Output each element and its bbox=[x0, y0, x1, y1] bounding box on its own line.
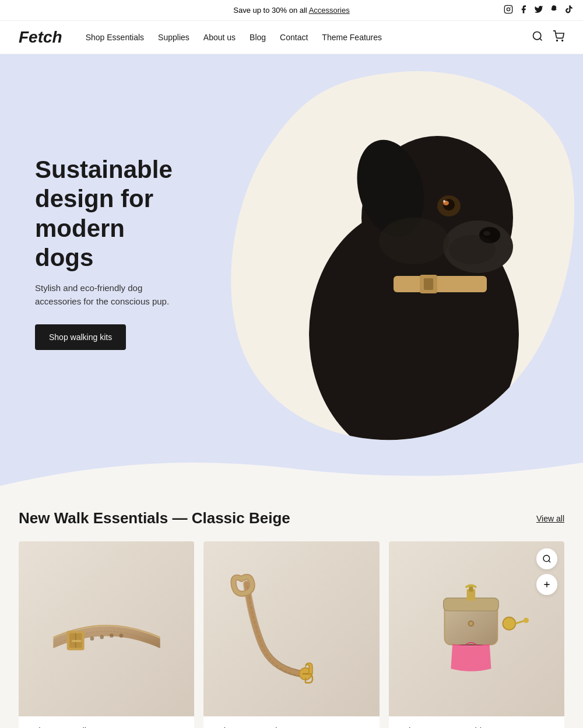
logo[interactable]: Fetch bbox=[19, 28, 62, 47]
svg-point-13 bbox=[443, 200, 445, 202]
leash-product-info: Beige Dog Leash $4000 bbox=[203, 716, 379, 728]
nav-theme-features[interactable]: Theme Features bbox=[322, 33, 382, 42]
svg-point-27 bbox=[100, 635, 104, 639]
twitter-icon[interactable] bbox=[534, 5, 543, 16]
nav-about[interactable]: About us bbox=[203, 33, 236, 42]
hero-subtitle: Stylish and eco-friendly dog accessories… bbox=[35, 282, 187, 308]
nav-contact[interactable]: Contact bbox=[280, 33, 308, 42]
poop-bag-svg bbox=[401, 570, 552, 687]
search-icon bbox=[532, 30, 543, 42]
svg-point-20 bbox=[483, 231, 490, 236]
collar-product-image bbox=[19, 541, 194, 716]
svg-point-3 bbox=[533, 32, 541, 39]
quick-view-button[interactable] bbox=[536, 548, 557, 569]
svg-point-29 bbox=[119, 634, 123, 638]
svg-point-1 bbox=[507, 8, 510, 10]
leash-svg bbox=[222, 565, 361, 693]
svg-rect-0 bbox=[504, 5, 512, 13]
hero-section: Sustainable design for modern dogs Styli… bbox=[0, 54, 583, 451]
nav-shop-essentials[interactable]: Shop Essentials bbox=[86, 33, 144, 42]
svg-point-26 bbox=[90, 636, 94, 640]
product-card-collar[interactable]: Beige Dog Collar $4000 bbox=[19, 541, 194, 728]
svg-rect-15 bbox=[394, 276, 487, 292]
instagram-icon[interactable] bbox=[504, 5, 513, 16]
social-icons-group bbox=[350, 5, 574, 16]
main-nav: Shop Essentials Supplies About us Blog C… bbox=[86, 33, 532, 42]
products-section: New Walk Essentials — Classic Beige View… bbox=[0, 486, 583, 728]
add-to-cart-button[interactable] bbox=[536, 574, 557, 595]
facebook-icon[interactable] bbox=[519, 5, 528, 16]
shop-walking-kits-button[interactable]: Shop walking kits bbox=[35, 324, 126, 350]
announcement-bar: Save up to 30% on all Accessories bbox=[0, 0, 583, 21]
svg-point-41 bbox=[543, 555, 550, 562]
hero-blob-svg bbox=[222, 54, 583, 451]
leash-product-image bbox=[203, 541, 379, 716]
nav-supplies[interactable]: Supplies bbox=[158, 33, 189, 42]
svg-rect-36 bbox=[469, 586, 473, 592]
wave-divider bbox=[0, 451, 583, 486]
plus-icon bbox=[542, 580, 552, 589]
svg-point-5 bbox=[557, 40, 558, 41]
cart-button[interactable] bbox=[553, 30, 564, 45]
view-all-link[interactable]: View all bbox=[536, 514, 564, 523]
poop-bag-product-image bbox=[389, 541, 564, 716]
hero-content: Sustainable design for modern dogs Styli… bbox=[0, 120, 222, 386]
svg-point-40 bbox=[470, 622, 473, 625]
svg-point-2 bbox=[510, 7, 511, 8]
products-grid: Beige Dog Collar $4000 bbox=[19, 541, 564, 728]
magnify-icon bbox=[542, 554, 552, 564]
announcement-text: Save up to 30% on all Accessories bbox=[233, 6, 349, 15]
product-card-poop-bag[interactable]: Beige Poop Bag Holder $3000 bbox=[389, 541, 564, 728]
collar-svg bbox=[37, 585, 177, 673]
snapchat-icon[interactable] bbox=[549, 5, 559, 16]
svg-rect-17 bbox=[424, 278, 433, 290]
hero-image-container bbox=[222, 54, 583, 451]
poop-bag-product-name: Beige Poop Bag Holder bbox=[398, 726, 555, 728]
header: Fetch Shop Essentials Supplies About us … bbox=[0, 21, 583, 54]
collar-product-name: Beige Dog Collar bbox=[28, 726, 185, 728]
announcement-static-text: Save up to 30% on all bbox=[233, 6, 308, 15]
svg-point-28 bbox=[110, 634, 114, 638]
product-actions-poop-bag bbox=[536, 548, 557, 595]
svg-point-21 bbox=[449, 235, 496, 264]
svg-rect-25 bbox=[72, 640, 82, 642]
svg-point-37 bbox=[503, 617, 516, 630]
svg-point-18 bbox=[379, 218, 449, 264]
svg-line-42 bbox=[549, 561, 550, 562]
products-header: New Walk Essentials — Classic Beige View… bbox=[19, 509, 564, 527]
products-section-title: New Walk Essentials — Classic Beige bbox=[19, 509, 290, 527]
tiktok-icon[interactable] bbox=[564, 5, 574, 16]
accessories-link[interactable]: Accessories bbox=[309, 6, 350, 15]
search-button[interactable] bbox=[532, 30, 543, 45]
svg-point-38 bbox=[524, 618, 529, 623]
hero-title: Sustainable design for modern dogs bbox=[35, 155, 187, 273]
svg-line-4 bbox=[540, 38, 542, 40]
poop-bag-product-info: Beige Poop Bag Holder $3000 bbox=[389, 716, 564, 728]
header-actions bbox=[532, 30, 564, 45]
svg-point-6 bbox=[562, 40, 563, 41]
product-card-leash[interactable]: Beige Dog Leash $4000 bbox=[203, 541, 379, 728]
cart-icon bbox=[553, 30, 564, 42]
collar-product-info: Beige Dog Collar $4000 bbox=[19, 716, 194, 728]
nav-blog[interactable]: Blog bbox=[250, 33, 266, 42]
leash-product-name: Beige Dog Leash bbox=[213, 726, 370, 728]
